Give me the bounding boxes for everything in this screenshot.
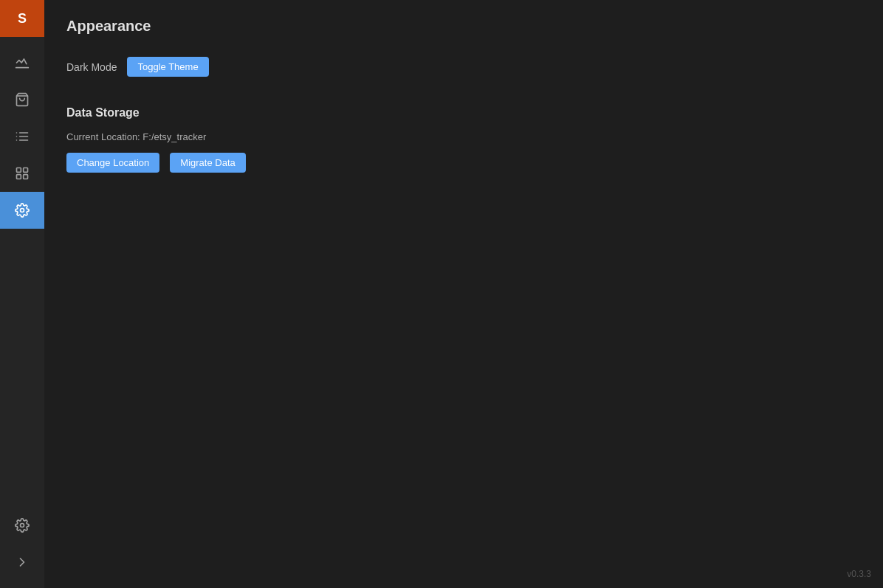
change-location-button[interactable]: Change Location [66,153,159,173]
dark-mode-row: Dark Mode Toggle Theme [66,57,861,77]
list-icon [15,129,30,144]
svg-rect-8 [24,168,28,173]
data-storage-section: Data Storage Current Location: F:/etsy_t… [66,106,861,173]
page-title: Appearance [66,18,861,35]
svg-point-12 [21,524,24,528]
sidebar-bottom [0,507,44,588]
sidebar-item-expand[interactable] [0,544,44,581]
current-location-text: Current Location: F:/etsy_tracker [66,131,861,142]
migrate-data-button[interactable]: Migrate Data [170,153,245,173]
appearance-section: Dark Mode Toggle Theme [66,57,861,77]
chart-icon [15,55,30,70]
svg-rect-7 [17,168,21,173]
storage-actions-row: Change Location Migrate Data [66,153,861,173]
dark-mode-label: Dark Mode [66,61,117,73]
cart-icon [15,92,30,107]
sidebar-item-dashboard[interactable] [0,155,44,192]
sidebar-nav [0,37,44,507]
version-label: v0.3.3 [847,569,871,579]
gear-alt-icon [15,518,30,533]
main-content: Appearance Dark Mode Toggle Theme Data S… [44,0,883,588]
toggle-theme-button[interactable]: Toggle Theme [127,57,208,77]
svg-rect-10 [24,175,28,179]
sidebar-item-settings[interactable] [0,192,44,229]
sidebar-item-inventory[interactable] [0,118,44,155]
sidebar-item-system[interactable] [0,507,44,544]
gear-icon [15,203,30,218]
svg-rect-9 [17,175,21,179]
sidebar-item-analytics[interactable] [0,44,44,81]
svg-point-11 [21,209,24,212]
data-storage-title: Data Storage [66,106,861,120]
app-logo[interactable]: S [0,0,44,37]
sidebar: S [0,0,44,588]
blocks-icon [15,166,30,181]
sidebar-item-orders[interactable] [0,81,44,118]
chevron-right-icon [15,555,30,570]
